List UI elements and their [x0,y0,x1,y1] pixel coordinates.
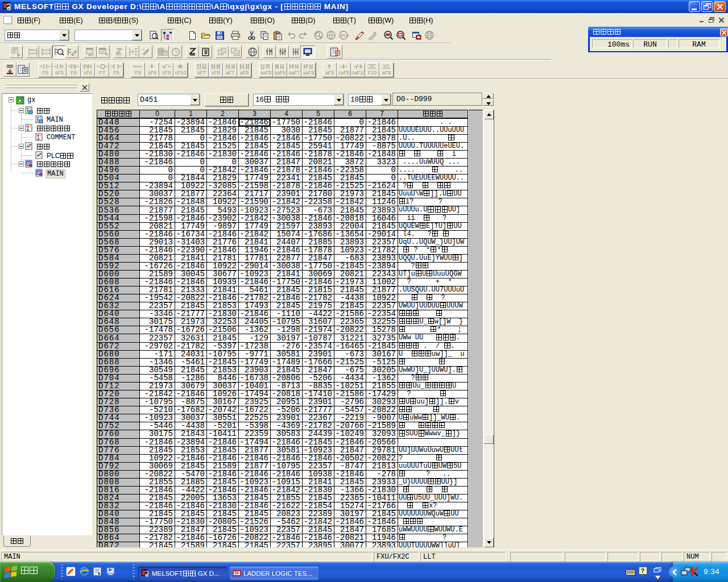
svg-text:P: P [8,7,10,11]
svg-text:REA: REA [341,34,349,38]
svg-text:?: ? [641,567,645,574]
svg-text:P: P [146,573,147,577]
svg-text:e: e [82,569,84,575]
